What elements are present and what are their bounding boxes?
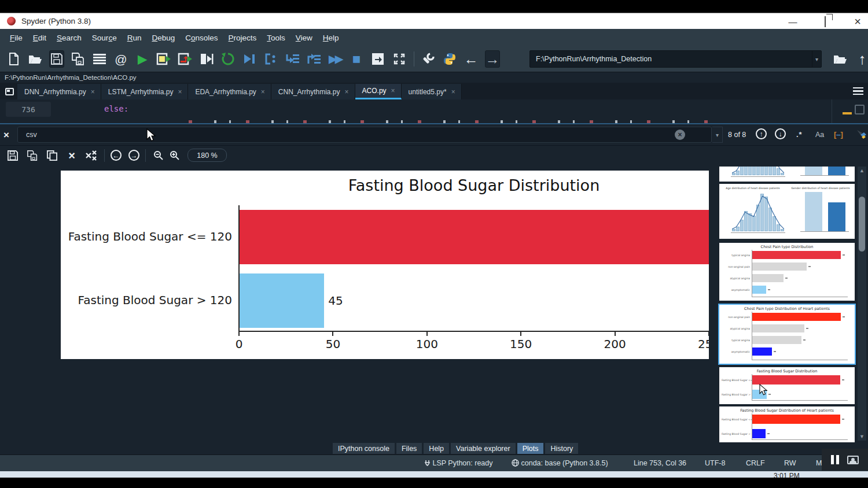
main-plot-canvas[interactable]: Fasting Blood Sugar DistributionFasting … <box>61 171 709 359</box>
working-directory-combo[interactable]: ▾ <box>529 50 822 68</box>
scrollbar-thumb[interactable] <box>859 197 865 252</box>
find-next-button[interactable]: ↓ <box>775 128 786 139</box>
plots-scrollbar[interactable]: ▲ ▼ <box>858 167 866 441</box>
scroll-up-icon[interactable]: ▲ <box>858 168 866 173</box>
pane-tab-variable-explorer[interactable]: Variable explorer <box>451 443 516 454</box>
plot-thumbnail-0[interactable] <box>719 167 855 182</box>
menu-run[interactable]: Run <box>122 31 147 45</box>
search-history-dropdown-icon[interactable]: ▾ <box>712 127 723 143</box>
menu-projects[interactable]: Projects <box>223 31 262 45</box>
editor-tab-cnn_arrhythmia-py[interactable]: CNN_Arrhythmia.py× <box>271 84 355 99</box>
restart-kernel-button[interactable] <box>220 50 236 68</box>
plot-thumbnail-1[interactable]: Age distribution of heart disease patien… <box>719 184 855 239</box>
split-editor-icon[interactable] <box>855 105 865 114</box>
working-directory-input[interactable] <box>530 55 812 63</box>
forward-button[interactable]: → <box>485 50 500 68</box>
save-button[interactable] <box>49 50 64 68</box>
next-plot-button[interactable]: → <box>128 150 139 161</box>
python-logo-icon[interactable] <box>442 50 457 68</box>
pane-tab-help[interactable]: Help <box>424 443 449 454</box>
outline-button[interactable] <box>92 50 107 68</box>
parent-directory-button[interactable]: ↑ <box>855 50 868 68</box>
continue-execution-button[interactable]: ▶▶ <box>328 50 343 68</box>
close-tab-icon[interactable]: × <box>391 87 395 95</box>
close-tab-icon[interactable]: × <box>451 88 455 96</box>
plot-thumbnail-4[interactable]: Fasting Blood Sugar DistributionFasting … <box>719 367 855 404</box>
webcam-icon[interactable] <box>847 456 859 464</box>
restore-button[interactable] <box>819 17 831 27</box>
menu-help[interactable]: Help <box>318 31 344 45</box>
plot-thumbnail-5[interactable]: Fasting Blood Sugar Distribution of Hear… <box>719 406 855 442</box>
menu-file[interactable]: File <box>5 31 28 45</box>
pane-tab-plots[interactable]: Plots <box>517 443 544 454</box>
run-button[interactable]: ▶ <box>135 50 150 68</box>
run-cell-button[interactable] <box>156 50 171 68</box>
plot-thumbnail-2[interactable]: Chest Pain type Distributiontypical angi… <box>719 243 855 301</box>
browse-tabs-button[interactable] <box>2 84 16 98</box>
save-all-button[interactable] <box>71 50 86 68</box>
debug-button[interactable] <box>242 50 257 68</box>
screen: Spyder (Python 3.8) — × FileEditSearchSo… <box>0 0 868 488</box>
close-tab-icon[interactable]: × <box>178 88 182 96</box>
find-field[interactable] <box>17 127 712 143</box>
close-tab-icon[interactable]: × <box>345 88 349 96</box>
browse-directory-button[interactable] <box>833 50 848 68</box>
symbol-finder-button[interactable]: @ <box>113 50 128 68</box>
code-editor[interactable]: 736 else: <box>0 99 868 124</box>
maximize-pane-button[interactable] <box>370 50 385 68</box>
menu-tools[interactable]: Tools <box>262 31 290 45</box>
close-tab-icon[interactable]: × <box>261 88 265 96</box>
menu-source[interactable]: Source <box>87 31 122 45</box>
pane-tab-ipython-console[interactable]: IPython console <box>333 443 395 454</box>
rerun-cell-button[interactable] <box>178 50 193 68</box>
clear-search-icon[interactable]: × <box>675 130 685 140</box>
minimize-button[interactable]: — <box>787 17 799 27</box>
previous-plot-button[interactable]: ← <box>111 150 122 161</box>
editor-tab-eda_arrhythmia-py[interactable]: EDA_Arrhythmia.py× <box>188 84 271 99</box>
menu-view[interactable]: View <box>290 31 318 45</box>
pause-icon[interactable] <box>831 455 839 464</box>
menu-consoles[interactable]: Consoles <box>180 31 223 45</box>
editor-tab-lstm_arrhythmia-py[interactable]: LSTM_Arrhythmia.py× <box>101 84 189 99</box>
line-number: 736 <box>21 105 35 114</box>
scroll-down-icon[interactable]: ▼ <box>858 434 866 439</box>
editor-tab-aco-py[interactable]: ACO.py× <box>355 84 402 99</box>
regex-toggle-icon[interactable]: .* <box>796 130 803 139</box>
menu-debug[interactable]: Debug <box>146 31 180 45</box>
tab-options-menu-icon[interactable] <box>853 87 863 95</box>
highlight-matches-icon[interactable] <box>856 129 867 143</box>
zoom-out-icon[interactable] <box>152 149 165 162</box>
save-all-plots-button[interactable] <box>25 149 39 162</box>
debug-cell-button[interactable] <box>263 50 278 68</box>
close-find-icon[interactable]: × <box>3 130 9 141</box>
menu-edit[interactable]: Edit <box>28 31 52 45</box>
whole-words-toggle-icon[interactable]: [‒] <box>834 130 843 139</box>
stop-debug-button[interactable]: ■ <box>349 50 364 68</box>
preferences-wrench-button[interactable] <box>421 50 436 68</box>
find-previous-button[interactable]: ↑ <box>756 128 767 139</box>
match-case-toggle-icon[interactable]: Aa <box>815 131 824 139</box>
save-plot-button[interactable] <box>6 149 20 162</box>
menu-search[interactable]: Search <box>52 31 87 45</box>
back-button[interactable]: ← <box>464 50 479 68</box>
pane-tab-files[interactable]: Files <box>396 443 422 454</box>
close-tab-icon[interactable]: × <box>91 88 95 96</box>
fullscreen-button[interactable] <box>392 50 407 68</box>
editor-tab-dnn_arrhythmia-py[interactable]: DNN_Arrhythmia.py× <box>17 84 101 99</box>
run-selection-button[interactable] <box>199 50 214 68</box>
close-button[interactable]: × <box>852 15 863 28</box>
plot-thumbnail-3[interactable]: Chest Pain type Distribution of Heart pa… <box>719 305 855 364</box>
zoom-in-icon[interactable] <box>168 149 182 162</box>
chevron-down-icon[interactable]: ▾ <box>812 51 821 67</box>
close-plot-button[interactable]: × <box>65 149 79 162</box>
pane-tab-history[interactable]: History <box>545 443 578 454</box>
search-input[interactable] <box>18 131 711 139</box>
thumb-bar-label: Fasting Blood Sugar <= 120 <box>722 379 752 382</box>
copy-plot-button[interactable] <box>45 149 59 162</box>
new-file-button[interactable] <box>6 50 21 68</box>
step-over-button[interactable] <box>285 50 300 68</box>
editor-tab-untitled5-py-[interactable]: untitled5.py*× <box>402 84 462 99</box>
close-all-plots-button[interactable] <box>84 149 98 162</box>
open-file-button[interactable] <box>28 50 43 68</box>
step-into-button[interactable] <box>306 50 321 68</box>
